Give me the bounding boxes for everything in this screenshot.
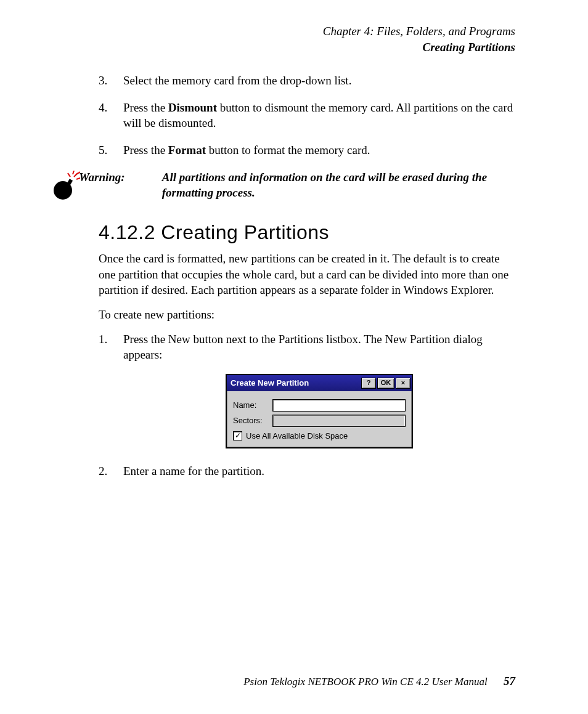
name-input[interactable] — [272, 399, 406, 412]
step-number: 2. — [99, 463, 107, 479]
step-text: Select the memory card from the drop-dow… — [123, 74, 351, 87]
warning-text: Warning: All partitions and information … — [79, 169, 518, 201]
subsection-heading: 4.12.2 Creating Partitions — [99, 219, 515, 246]
steps-list-a: 3. Select the memory card from the drop-… — [99, 73, 515, 158]
page-number: 57 — [504, 675, 515, 688]
step-1: 1. Press the New button next to the Part… — [123, 331, 515, 449]
dialog-body: Name: Sectors: ✓ Use All Available Disk … — [227, 391, 412, 448]
step-text-bold: Dismount — [168, 101, 217, 114]
manual-title: Psion Teklogix NETBOOK PRO Win CE 4.2 Us… — [243, 676, 488, 688]
use-all-space-label: Use All Available Disk Space — [246, 431, 348, 442]
paragraph-1: Once the card is formatted, new partitio… — [99, 251, 515, 298]
sectors-label: Sectors: — [233, 415, 272, 426]
use-all-space-checkbox[interactable]: ✓ — [233, 431, 242, 440]
step-text-post: button to format the memory card. — [206, 144, 370, 156]
step-2: 2. Enter a name for the partition. — [123, 463, 515, 479]
step-number: 1. — [99, 331, 107, 347]
section-title: Creating Partitions — [323, 39, 515, 55]
dialog-figure: Create New Partition ? OK × Name: Sector… — [123, 374, 515, 449]
step-number: 4. — [99, 100, 107, 116]
help-button[interactable]: ? — [361, 378, 376, 389]
step-5: 5. Press the Format button to format the… — [123, 142, 515, 158]
svg-line-3 — [73, 171, 74, 174]
warning-label: Warning: — [79, 169, 159, 185]
warning-body: All partitions and information on the ca… — [162, 169, 504, 201]
close-button[interactable]: × — [396, 378, 410, 389]
step-3: 3. Select the memory card from the drop-… — [123, 73, 515, 89]
name-label: Name: — [233, 400, 272, 411]
step-text: Enter a name for the partition. — [123, 465, 264, 477]
sectors-row: Sectors: — [233, 415, 406, 427]
warning-block: Warning: All partitions and information … — [49, 169, 518, 201]
bomb-icon — [49, 171, 80, 201]
step-text-pre: Press the — [123, 101, 168, 114]
page-content: 3. Select the memory card from the drop-… — [99, 68, 515, 490]
paragraph-2: To create new partitions: — [99, 307, 515, 323]
step-text-pre: Press the — [123, 144, 168, 156]
step-number: 3. — [99, 73, 107, 89]
step-number: 5. — [99, 142, 107, 158]
step-4: 4. Press the Dismount button to dismount… — [123, 100, 515, 131]
use-all-space-row: ✓ Use All Available Disk Space — [233, 431, 406, 442]
page-footer: Psion Teklogix NETBOOK PRO Win CE 4.2 Us… — [243, 673, 515, 689]
step-text-bold: Format — [168, 144, 206, 156]
name-row: Name: — [233, 399, 406, 412]
dialog-title: Create New Partition — [231, 378, 309, 389]
ok-button[interactable]: OK — [377, 378, 394, 389]
sectors-input[interactable] — [272, 415, 406, 427]
page-header: Chapter 4: Files, Folders, and Programs … — [323, 23, 515, 55]
svg-line-4 — [76, 178, 80, 179]
chapter-title: Chapter 4: Files, Folders, and Programs — [323, 23, 515, 39]
svg-line-5 — [68, 173, 70, 177]
create-partition-dialog: Create New Partition ? OK × Name: Sector… — [226, 374, 413, 449]
steps-list-b: 1. Press the New button next to the Part… — [99, 331, 515, 479]
step-text: Press the New button next to the Partiti… — [123, 333, 483, 362]
dialog-titlebar: Create New Partition ? OK × — [227, 375, 412, 391]
